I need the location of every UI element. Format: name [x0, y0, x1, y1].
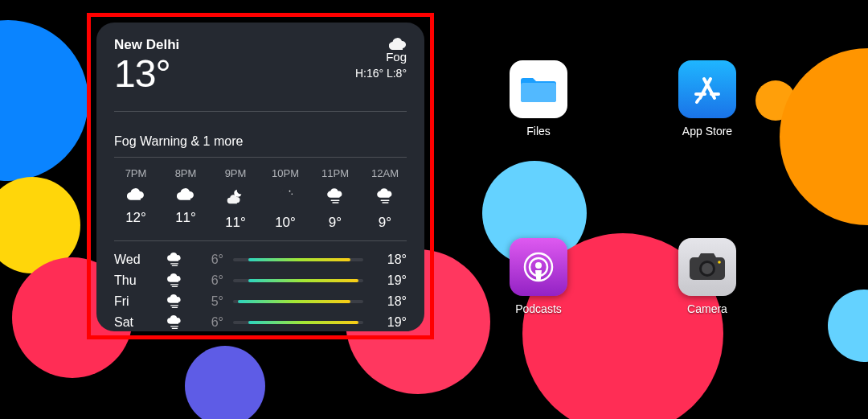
svg-rect-7 [172, 265, 178, 266]
hour-temp: 11° [225, 215, 246, 231]
bokeh-circle [828, 290, 868, 362]
svg-rect-8 [170, 284, 178, 285]
day-name: Sat [114, 315, 158, 330]
svg-rect-12 [170, 326, 178, 327]
bokeh-circle [0, 20, 88, 181]
moon-stars-icon [276, 187, 294, 205]
day-name: Fri [114, 294, 158, 309]
hourly-item: 9PM11° [214, 167, 257, 231]
svg-rect-13 [172, 328, 178, 329]
hourly-item: 10PM10° [264, 167, 307, 231]
day-low: 5° [191, 294, 223, 309]
svg-point-16 [535, 262, 542, 269]
cloud-icon [355, 37, 407, 50]
hour-temp: 11° [175, 210, 196, 226]
cloud-fog-icon [158, 294, 191, 310]
day-name: Wed [114, 253, 158, 267]
hour-time: 11PM [321, 167, 349, 179]
app-podcasts[interactable]: Podcasts [498, 238, 579, 315]
weather-alert[interactable]: Fog Warning & 1 more [114, 134, 407, 157]
temp-range-bar [233, 258, 363, 261]
day-low: 6° [191, 273, 223, 288]
day-high: 19° [373, 315, 407, 330]
daily-row: Fri5°18° [114, 291, 407, 312]
svg-rect-2 [331, 200, 340, 201]
cloud-fog-icon [158, 273, 191, 289]
hourly-forecast[interactable]: 7PM12°8PM11°9PM11°10PM10°11PM9°12AM9° [114, 158, 407, 240]
svg-rect-9 [172, 286, 178, 287]
cloud-moon-icon [227, 187, 244, 205]
app-label: Files [526, 125, 551, 138]
cloud-fog-icon [158, 314, 191, 331]
svg-point-1 [292, 194, 293, 195]
weather-hi-lo: H:16° L:8° [355, 67, 407, 80]
app-label: Podcasts [515, 302, 562, 315]
hour-temp: 9° [329, 215, 342, 231]
svg-rect-4 [381, 200, 390, 201]
cloud-icon [177, 187, 194, 200]
app-label: Camera [687, 302, 727, 315]
weather-condition: Fog [355, 50, 407, 64]
app-camera[interactable]: Camera [667, 238, 747, 315]
weather-location: New Delhi [114, 37, 179, 53]
hour-time: 9PM [225, 167, 247, 179]
daily-row: Wed6°18° [114, 249, 407, 270]
svg-point-0 [289, 191, 291, 192]
hourly-item: 12AM9° [363, 167, 407, 231]
hour-time: 7PM [125, 167, 147, 179]
temp-range-bar [233, 279, 363, 282]
temp-range-bar [233, 321, 363, 324]
svg-rect-6 [170, 263, 178, 264]
hour-time: 10PM [272, 167, 299, 179]
camera-icon [678, 238, 736, 296]
svg-rect-3 [332, 202, 338, 203]
svg-rect-10 [170, 305, 178, 306]
hourly-item: 11PM9° [313, 167, 357, 231]
cloud-fog-icon [158, 252, 191, 268]
day-low: 6° [191, 315, 223, 330]
hourly-item: 8PM11° [164, 167, 207, 231]
hour-time: 8PM [175, 167, 197, 179]
day-high: 18° [373, 253, 407, 267]
hour-temp: 9° [379, 215, 391, 231]
day-low: 6° [191, 253, 223, 267]
divider [114, 111, 407, 112]
daily-row: Thu6°19° [114, 270, 407, 291]
hour-temp: 12° [125, 210, 146, 226]
appstore-icon [678, 60, 736, 118]
bokeh-circle [185, 346, 265, 419]
cloud-fog-icon [326, 187, 344, 205]
svg-rect-11 [172, 307, 178, 308]
files-icon [510, 60, 567, 118]
hourly-item: 7PM12° [114, 167, 158, 231]
bokeh-circle [780, 48, 868, 225]
hour-time: 12AM [371, 167, 399, 179]
daily-row: Sat6°19° [114, 312, 407, 333]
temp-range-bar [233, 300, 363, 303]
day-high: 19° [373, 273, 407, 288]
day-name: Thu [114, 273, 158, 288]
svg-point-19 [702, 263, 713, 274]
cloud-icon [127, 187, 145, 200]
weather-current-temp: 13° [114, 55, 179, 93]
podcasts-icon [510, 238, 567, 296]
day-high: 18° [373, 294, 407, 309]
svg-point-20 [718, 261, 721, 264]
app-appstore[interactable]: App Store [667, 60, 747, 138]
cloud-fog-icon [376, 187, 394, 205]
daily-forecast[interactable]: Wed6°18°Thu6°19°Fri5°18°Sat6°19° [114, 241, 407, 333]
hour-temp: 10° [275, 215, 296, 231]
app-files[interactable]: Files [498, 60, 579, 138]
app-label: App Store [682, 125, 732, 138]
weather-widget[interactable]: New Delhi 13° Fog H:16° L:8° Fog Warning… [96, 23, 424, 331]
svg-rect-5 [382, 202, 388, 203]
